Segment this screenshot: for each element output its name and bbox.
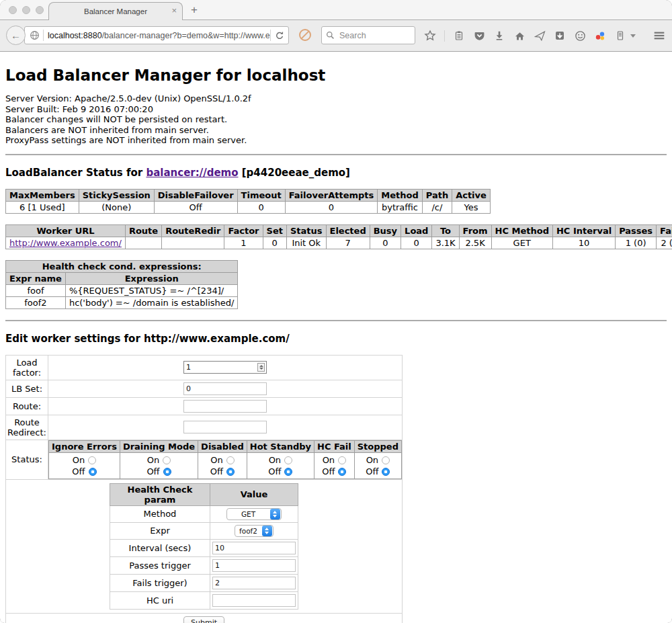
- cell-path: /c/: [422, 201, 452, 213]
- url-text[interactable]: localhost:8880/balancer-manager?b=demo&w…: [44, 31, 270, 40]
- passes-input[interactable]: [212, 559, 296, 572]
- fails-input[interactable]: [212, 577, 296, 589]
- radio-disabled-off[interactable]: [226, 468, 235, 476]
- send-tab-icon[interactable]: [534, 30, 546, 42]
- interval-input[interactable]: [212, 542, 296, 554]
- server-info: Server Version: Apache/2.5.0-dev (Unix) …: [5, 93, 667, 146]
- toolbar-icons: [424, 26, 672, 45]
- radio-stopped-off[interactable]: [382, 468, 390, 476]
- col-expression: Expression: [65, 272, 238, 284]
- load-factor-input[interactable]: [183, 361, 267, 374]
- tab-close-icon[interactable]: ×: [171, 5, 177, 15]
- cell-routeredir: [162, 237, 224, 249]
- site-identity[interactable]: [25, 30, 43, 40]
- col-timeout: Timeout: [237, 189, 285, 201]
- divider: [5, 320, 667, 321]
- save-page-icon[interactable]: [554, 30, 566, 42]
- col-hc-method: HC Method: [491, 224, 552, 237]
- hc-row-fails: Fails trigger): [110, 574, 298, 591]
- on-label: On: [147, 455, 159, 465]
- expr-label: Expr: [110, 522, 210, 539]
- back-button[interactable]: ←: [6, 26, 26, 45]
- expr-select-value: foof2: [235, 527, 261, 535]
- page-content: Load Balancer Manager for localhost Serv…: [0, 52, 672, 623]
- radio-hc-fail-on[interactable]: [338, 456, 346, 464]
- url-bar[interactable]: localhost:8880/balancer-manager?b=demo&w…: [24, 26, 289, 44]
- close-window-button[interactable]: [9, 6, 17, 14]
- form-row-lb-set: LB Set:: [6, 380, 403, 397]
- cell-set: 0: [263, 237, 286, 249]
- col-fails: Fails: [657, 224, 672, 237]
- radio-hc-fail-off[interactable]: [338, 468, 346, 476]
- method-select[interactable]: GET: [226, 508, 282, 520]
- method-select-value: GET: [227, 510, 269, 518]
- feedback-smiley-icon[interactable]: [574, 30, 586, 42]
- toolbar-divider: [444, 30, 445, 42]
- hc-row-passes: Passes trigger: [110, 556, 298, 574]
- off-label: Off: [72, 466, 85, 476]
- lb-set-input[interactable]: [183, 382, 267, 395]
- search-bar[interactable]: [321, 26, 415, 44]
- col-method: Method: [378, 189, 422, 201]
- submit-button[interactable]: Submit: [183, 616, 224, 623]
- cell-load: 0: [401, 237, 432, 249]
- search-input[interactable]: [338, 30, 411, 41]
- sidebar-panel-icon[interactable]: [614, 30, 626, 42]
- new-tab-button[interactable]: +: [191, 3, 198, 17]
- chevron-down-icon[interactable]: [630, 34, 636, 38]
- downloads-icon[interactable]: [493, 30, 505, 42]
- cell-expr-name: foof2: [6, 296, 66, 308]
- status-cell-hot-standby: On Off: [247, 452, 314, 479]
- hc-row-method: Method GET: [110, 505, 298, 522]
- browser-window: Balancer Manager × + ← localhost:8880/ba…: [0, 0, 672, 623]
- form-row-health-check: Health Check param Value Method GET Expr…: [6, 479, 403, 613]
- edit-worker-form-table: Load factor: LB Set: Route: Route Redire…: [5, 355, 403, 623]
- reading-list-icon[interactable]: [453, 30, 465, 42]
- col-stickysession: StickySession: [79, 189, 154, 201]
- radio-row: On Off On Off On Off: [49, 452, 402, 479]
- reload-button[interactable]: [271, 31, 288, 40]
- status-heading-suffix: [p4420eeae_demo]: [239, 167, 350, 179]
- on-label: On: [323, 455, 335, 465]
- zoom-window-button[interactable]: [36, 6, 44, 14]
- menu-hamburger-icon[interactable]: [653, 30, 665, 42]
- table-header-row: Ignore Errors Draining Mode Disabled Hot…: [49, 440, 402, 452]
- radio-hot-standby-on[interactable]: [284, 456, 292, 464]
- balancers-notice-line: Balancers are NOT inherited from main se…: [5, 125, 667, 136]
- radio-ignore-errors-on[interactable]: [88, 456, 96, 464]
- radio-hot-standby-off[interactable]: [284, 468, 292, 476]
- table-header-row: MaxMembers StickySession DisableFailover…: [6, 189, 491, 201]
- worker-url-link[interactable]: http://www.example.com/: [9, 238, 122, 248]
- expr-table-title: Health check cond. expressions:: [6, 260, 238, 272]
- form-row-load-factor: Load factor:: [6, 355, 403, 380]
- table-header-row: Health Check param Value: [110, 483, 298, 505]
- route-redirect-input[interactable]: [183, 421, 267, 433]
- route-input[interactable]: [183, 400, 267, 413]
- col-factor: Factor: [224, 224, 263, 237]
- cell-elected: 7: [326, 237, 370, 249]
- pocket-icon[interactable]: [473, 30, 485, 42]
- hc-row-interval: Interval (secs): [110, 539, 298, 556]
- home-icon[interactable]: [513, 30, 526, 42]
- balancer-demo-link[interactable]: balancer://demo: [146, 167, 238, 179]
- bookmark-star-icon[interactable]: [424, 30, 436, 42]
- health-check-expressions-table: Health check cond. expressions: Expr nam…: [5, 260, 238, 309]
- hc-uri-label: HC uri: [110, 591, 210, 609]
- window-controls: [9, 6, 44, 14]
- content-blocked-icon[interactable]: [299, 29, 311, 41]
- col-from: From: [459, 224, 491, 237]
- minimize-window-button[interactable]: [22, 6, 30, 14]
- radio-draining-mode-on[interactable]: [163, 456, 171, 464]
- colored-dots-extension-icon[interactable]: [594, 30, 606, 42]
- number-stepper-icon[interactable]: [257, 363, 265, 372]
- radio-ignore-errors-off[interactable]: [89, 468, 97, 476]
- status-cell-ignore-errors: On Off: [49, 452, 120, 479]
- hc-uri-input[interactable]: [212, 594, 296, 607]
- expr-select[interactable]: foof2: [235, 525, 274, 537]
- tab-balancer-manager[interactable]: Balancer Manager ×: [48, 2, 183, 20]
- radio-disabled-on[interactable]: [226, 456, 235, 464]
- loadbalancer-status-heading: LoadBalancer Status for balancer://demo …: [5, 167, 667, 179]
- search-icon: [326, 31, 335, 40]
- radio-stopped-on[interactable]: [382, 456, 390, 464]
- radio-draining-mode-off[interactable]: [163, 468, 171, 476]
